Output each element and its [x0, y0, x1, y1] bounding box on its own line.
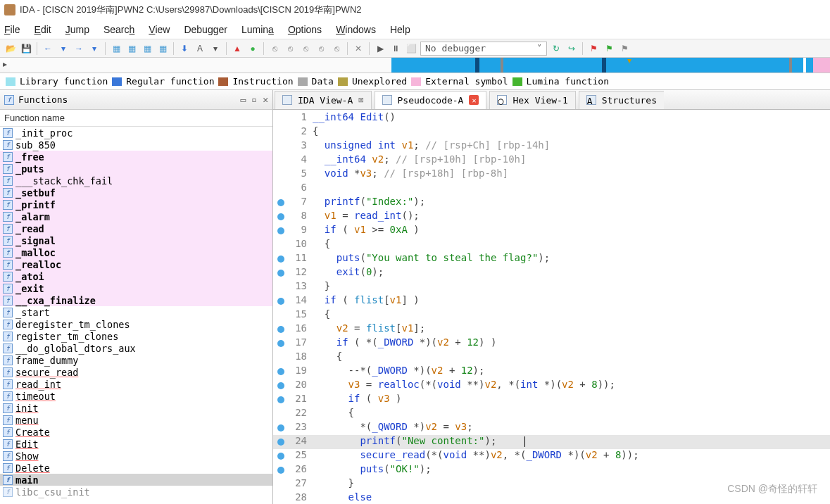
tab-hex-view[interactable]: ◯ Hex View-1	[489, 91, 575, 109]
function-row[interactable]: f___stack_chk_fail	[0, 175, 272, 187]
function-row[interactable]: f_start	[0, 306, 272, 318]
breakpoint-gutter[interactable]	[273, 351, 289, 365]
function-row[interactable]: fDelete	[0, 462, 272, 474]
menu-view[interactable]: View	[149, 24, 170, 35]
code-line[interactable]: 22 {	[273, 407, 830, 421]
function-row[interactable]: f_puts	[0, 163, 272, 175]
function-row[interactable]: f_init_proc	[0, 127, 272, 139]
stop2-icon[interactable]: ⬜	[405, 42, 417, 55]
function-row[interactable]: fframe_dummy	[0, 354, 272, 366]
code-line[interactable]: 6	[273, 182, 830, 196]
code-line[interactable]: 25 secure_read(*(void **)v2, *(_DWORD *)…	[273, 449, 830, 463]
code-line[interactable]: 19 --*(_DWORD *)(v2 + 12);	[273, 365, 830, 379]
breakpoint-gutter[interactable]	[273, 280, 289, 294]
function-row[interactable]: f_realloc	[0, 258, 272, 270]
undock-icon[interactable]: ▭	[241, 94, 246, 105]
breakpoint-gutter[interactable]	[273, 139, 289, 153]
function-row[interactable]: fmenu	[0, 414, 272, 426]
code-line[interactable]: 4 __int64 v2; // [rsp+10h] [rbp-10h]	[273, 153, 830, 168]
code-line[interactable]: 18 {	[273, 351, 830, 365]
open-icon[interactable]: 📂	[4, 42, 17, 55]
pause-icon[interactable]: ⏸	[389, 42, 402, 55]
function-row[interactable]: fderegister_tm_clones	[0, 318, 272, 330]
fwd-dd-icon[interactable]: ▾	[88, 42, 101, 55]
layout2-icon[interactable]: ▦	[125, 42, 138, 55]
save-icon[interactable]: 💾	[20, 42, 32, 55]
nav-expand-icon[interactable]: ▸	[0, 58, 10, 70]
maximize-icon[interactable]: ▫	[251, 94, 257, 105]
stop-icon[interactable]: ▲	[231, 42, 244, 55]
code-line[interactable]: 26 puts("OK!");	[273, 463, 830, 477]
code-line[interactable]: 15 {	[273, 308, 830, 322]
code-line[interactable]: 2{	[273, 125, 830, 139]
function-row[interactable]: f_signal	[0, 234, 272, 246]
down-icon[interactable]: ⬇	[178, 42, 191, 55]
function-row[interactable]: f_exit	[0, 282, 272, 294]
debugger-select[interactable]: No debugger ˅	[420, 42, 547, 56]
code-line[interactable]: 13 }	[273, 280, 830, 294]
breakpoint-gutter[interactable]	[273, 252, 289, 266]
breakpoint-gutter[interactable]	[273, 477, 289, 491]
function-row[interactable]: f_setbuf	[0, 187, 272, 199]
dbg2-icon[interactable]: ⎋	[284, 42, 296, 55]
dbg1-icon[interactable]: ⎋	[268, 42, 281, 55]
code-line[interactable]: 12 exit(0);	[273, 266, 830, 280]
function-row[interactable]: f_alarm	[0, 210, 272, 222]
function-row[interactable]: fsub_850	[0, 139, 272, 151]
breakpoint-gutter[interactable]	[273, 266, 289, 280]
function-row[interactable]: f_printf	[0, 199, 272, 210]
menu-options[interactable]: Options	[288, 24, 322, 35]
code-line[interactable]: 5 void *v3; // [rsp+18h] [rbp-8h]	[273, 168, 830, 182]
code-line[interactable]: 3 unsigned int v1; // [rsp+Ch] [rbp-14h]	[273, 139, 830, 153]
breakpoint-gutter[interactable]	[273, 111, 289, 125]
code-line[interactable]: 23 *(_QWORD *)v2 = v3;	[273, 421, 830, 435]
code-line[interactable]: 8 v1 = read_int();	[273, 210, 830, 224]
breakpoint-gutter[interactable]	[273, 407, 289, 421]
function-row[interactable]: fregister_tm_clones	[0, 330, 272, 342]
close-icon[interactable]: ✕	[469, 95, 479, 105]
layout3-icon[interactable]: ▦	[141, 42, 153, 55]
function-row[interactable]: finit	[0, 402, 272, 414]
code-line[interactable]: 11 puts("You want to steal the flag?");	[273, 252, 830, 266]
breakpoint-gutter[interactable]	[273, 238, 289, 252]
tab-structures[interactable]: A Structures	[579, 91, 664, 109]
menu-jump[interactable]: Jump	[65, 24, 89, 35]
breakpoint-gutter[interactable]	[273, 168, 289, 182]
text-icon[interactable]: A	[194, 42, 206, 55]
menu-search[interactable]: Search	[103, 24, 134, 35]
breakpoint-gutter[interactable]	[273, 336, 289, 351]
close-panel-icon[interactable]: ✕	[263, 94, 268, 105]
breakpoint-gutter[interactable]	[273, 196, 289, 210]
code-line[interactable]: 1__int64 Edit()	[273, 111, 830, 125]
play-icon[interactable]: ▶	[374, 42, 386, 55]
code-line[interactable]: 17 if ( *(_DWORD *)(v2 + 12) )	[273, 336, 830, 351]
breakpoint-gutter[interactable]	[273, 182, 289, 196]
cross-icon[interactable]: ✕	[352, 42, 365, 55]
function-row[interactable]: f__cxa_finalize	[0, 294, 272, 306]
function-row[interactable]: f__do_global_dtors_aux	[0, 342, 272, 354]
breakpoint-gutter[interactable]	[273, 393, 289, 407]
breakpoint-gutter[interactable]	[273, 294, 289, 308]
layout1-icon[interactable]: ▦	[110, 42, 122, 55]
function-list[interactable]: f_init_procfsub_850f_freef_putsf___stack…	[0, 127, 272, 504]
back-icon[interactable]: ←	[42, 42, 54, 55]
breakpoint-gutter[interactable]	[273, 491, 289, 504]
function-row[interactable]: fsecure_read	[0, 366, 272, 378]
code-line[interactable]: 16 v2 = flist[v1];	[273, 322, 830, 336]
circle-icon[interactable]: ●	[246, 42, 259, 55]
function-row[interactable]: f_read	[0, 222, 272, 234]
breakpoint-gutter[interactable]	[273, 308, 289, 322]
breakpoint-gutter[interactable]	[273, 322, 289, 336]
menu-edit[interactable]: Edit	[34, 24, 51, 35]
code-line[interactable]: 24 printf("New content:");	[273, 435, 830, 449]
bp3-icon[interactable]: ⚑	[618, 42, 631, 55]
breakpoint-gutter[interactable]	[273, 153, 289, 168]
fwd-icon[interactable]: →	[73, 42, 85, 55]
breakpoint-gutter[interactable]	[273, 365, 289, 379]
code-line[interactable]: 21 if ( v3 )	[273, 393, 830, 407]
text-dd-icon[interactable]: ▾	[209, 42, 222, 55]
function-row[interactable]: fShow	[0, 450, 272, 462]
breakpoint-gutter[interactable]	[273, 463, 289, 477]
layout4-icon[interactable]: ▦	[156, 42, 169, 55]
dbg5-icon[interactable]: ⎋	[330, 42, 343, 55]
